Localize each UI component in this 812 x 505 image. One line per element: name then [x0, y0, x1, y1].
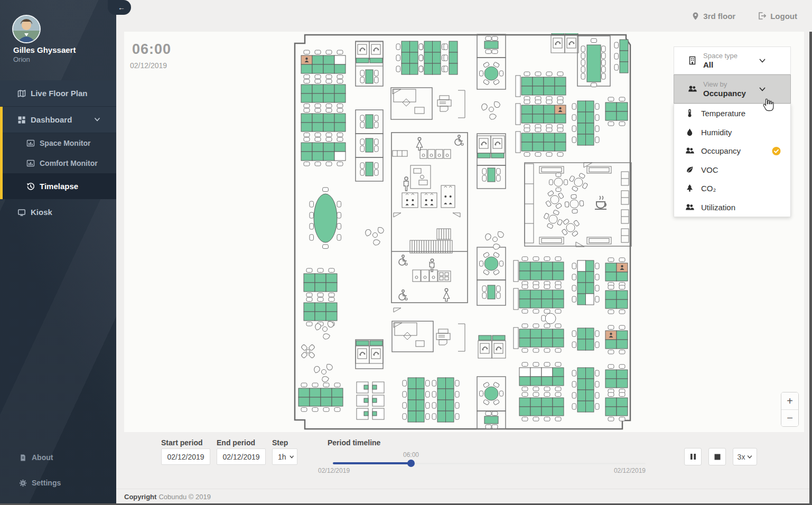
sidebar-item-timelapse[interactable]: Timelapse [0, 173, 116, 199]
timeline-handle[interactable] [407, 460, 415, 467]
space-type-value: All [703, 60, 738, 69]
sidebar-item-about[interactable]: About [0, 445, 116, 470]
timeline-fill [333, 462, 411, 464]
timeline-time-label: 06:00 [403, 451, 419, 459]
sidebar-item-label: Dashboard [31, 115, 72, 124]
view-by-label: View by [703, 80, 746, 88]
sidebar-item-live-floor-plan[interactable]: Live Floor Plan [0, 80, 116, 107]
avatar [12, 15, 41, 43]
floor-selector[interactable]: 3rd floor [692, 12, 735, 21]
window-edge-right [809, 32, 812, 505]
about-label: About [32, 453, 53, 462]
people-icon [685, 146, 694, 155]
sidebar-item-settings[interactable]: Settings [0, 470, 116, 495]
droplet-icon [685, 128, 694, 137]
selected-check-icon [772, 146, 781, 155]
sidebar-collapse-button[interactable]: ← [108, 0, 131, 15]
building-icon [688, 56, 697, 65]
view-by-value: Occupancy [703, 89, 746, 98]
sidebar-item-kiosk[interactable]: Kiosk [0, 199, 116, 225]
timeline-start-date: 02/12/2019 [318, 467, 350, 474]
user-name: Gilles Ghyssaert [13, 45, 76, 54]
avatar-image [13, 16, 40, 42]
stop-button[interactable] [708, 448, 726, 465]
start-period-input[interactable] [161, 448, 210, 465]
option-voc[interactable]: VOC [674, 161, 790, 180]
settings-label: Settings [32, 479, 61, 487]
top-header: 3rd floor Logout [116, 0, 812, 32]
sidebar-item-space-monitor[interactable]: Space Monitor [0, 133, 116, 153]
sidebar: Gilles Ghyssaert Orion Live Floor Plan D… [0, 0, 116, 505]
sidebar-item-dashboard[interactable]: Dashboard [0, 107, 116, 133]
people-icon [688, 85, 697, 93]
playback-buttons: 3x [684, 448, 757, 465]
collapse-arrow-icon: ← [118, 3, 125, 12]
tree-icon [685, 184, 694, 193]
logout-button[interactable]: Logout [758, 12, 797, 21]
option-label: VOC [701, 165, 718, 174]
timelapse-icon [26, 182, 35, 191]
sidebar-item-comfort-monitor[interactable]: Comfort Monitor [0, 153, 116, 173]
sidebar-item-label: Space Monitor [40, 139, 90, 147]
chevron-down-icon [759, 57, 766, 64]
user-org: Orion [13, 55, 30, 63]
pause-button[interactable] [684, 448, 702, 465]
dashboard-icon [17, 116, 26, 124]
option-label: Utilization [701, 203, 735, 212]
copyright-bold: Copyright [124, 493, 156, 501]
step-select[interactable]: 1h [272, 448, 297, 465]
mouse-cursor [761, 98, 774, 114]
gear-icon [19, 479, 27, 487]
sidebar-nav: Live Floor Plan Dashboard [0, 80, 116, 225]
sidebar-item-label: Timelapse [40, 182, 78, 191]
step-label: Step [272, 438, 288, 447]
zoom-in-button[interactable]: + [781, 392, 798, 409]
sidebar-item-label: Kiosk [31, 208, 52, 217]
space-type-label: Space type [703, 52, 738, 60]
speed-select[interactable]: 3x [733, 448, 757, 465]
option-label: CO₂ [701, 184, 716, 193]
playback-controls-bar: Start period End period Step 1h Period t… [116, 432, 812, 489]
footer: CopyrightCobundu © 2019 [116, 489, 812, 503]
current-date: 02/12/2019 [130, 61, 167, 70]
user-profile: Gilles Ghyssaert Orion [0, 0, 116, 80]
app-window: Gilles Ghyssaert Orion Live Floor Plan D… [0, 0, 812, 505]
timeline-end-date: 02/12/2019 [614, 467, 646, 474]
stop-icon [714, 454, 721, 460]
logout-label: Logout [770, 12, 797, 21]
option-occupancy[interactable]: Occupancy [674, 142, 790, 161]
current-time: 06:00 [132, 41, 171, 58]
floor-plan[interactable] [288, 33, 647, 431]
view-by-options-menu: Temperature Humidity Occupancy [674, 104, 791, 217]
chevron-down-icon [94, 116, 100, 123]
option-humidity[interactable]: Humidity [674, 123, 790, 142]
leaf-icon [685, 165, 694, 174]
speed-value: 3x [738, 453, 745, 461]
bar-chart-icon [26, 159, 35, 167]
people-icon [685, 203, 694, 212]
thermometer-icon [685, 109, 694, 118]
space-type-dropdown[interactable]: Space type All [674, 46, 791, 74]
zoom-out-button[interactable]: − [781, 409, 798, 426]
option-label: Temperature [701, 109, 745, 118]
sidebar-bottom-links: About Settings [0, 445, 116, 495]
step-value: 1h [278, 453, 286, 461]
option-label: Occupancy [701, 146, 741, 155]
chevron-down-icon [747, 454, 752, 460]
map-icon [17, 89, 26, 98]
option-utilization[interactable]: Utilization [674, 198, 790, 217]
end-period-label: End period [217, 438, 255, 447]
document-icon [19, 454, 27, 462]
option-co2[interactable]: CO₂ [674, 179, 790, 198]
copyright-text: Cobundu © 2019 [158, 493, 211, 501]
timeline-slider[interactable]: 06:00 02/12/2019 02/12/2019 [333, 432, 646, 474]
end-period-input[interactable] [217, 448, 266, 465]
kiosk-icon [17, 208, 26, 217]
start-period-label: Start period [161, 438, 203, 447]
floor-label: 3rd floor [703, 12, 735, 21]
logout-icon [758, 12, 767, 20]
option-label: Humidity [701, 128, 732, 137]
sidebar-item-label: Live Floor Plan [31, 89, 88, 98]
location-pin-icon [692, 12, 699, 21]
filter-panel: Space type All View by Occupancy [674, 46, 791, 217]
